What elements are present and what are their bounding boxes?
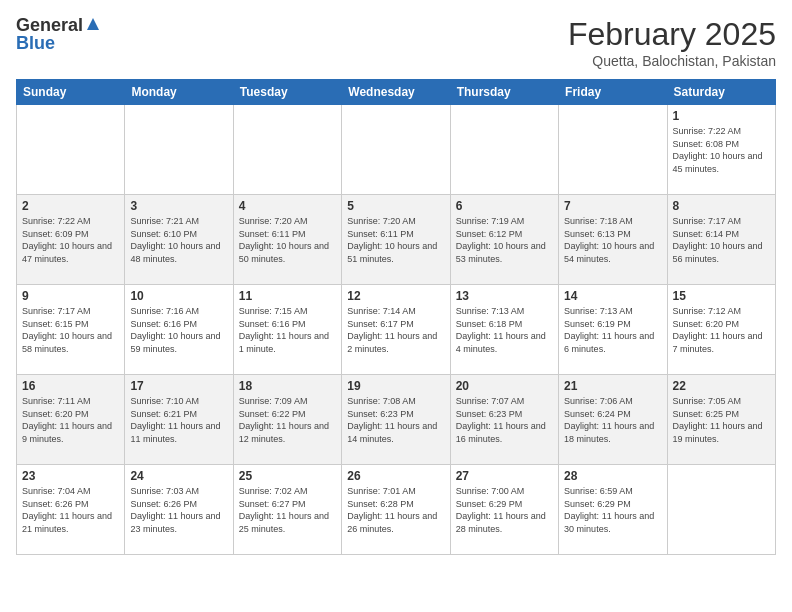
logo-icon [85,16,101,32]
calendar-cell: 4Sunrise: 7:20 AM Sunset: 6:11 PM Daylig… [233,195,341,285]
day-number: 28 [564,469,661,483]
day-info: Sunrise: 7:07 AM Sunset: 6:23 PM Dayligh… [456,395,553,445]
day-info: Sunrise: 7:10 AM Sunset: 6:21 PM Dayligh… [130,395,227,445]
calendar-week-3: 9Sunrise: 7:17 AM Sunset: 6:15 PM Daylig… [17,285,776,375]
day-number: 24 [130,469,227,483]
day-number: 9 [22,289,119,303]
calendar-cell [450,105,558,195]
calendar-cell: 14Sunrise: 7:13 AM Sunset: 6:19 PM Dayli… [559,285,667,375]
logo: General Blue [16,16,101,52]
day-number: 3 [130,199,227,213]
day-info: Sunrise: 7:19 AM Sunset: 6:12 PM Dayligh… [456,215,553,265]
calendar-cell: 27Sunrise: 7:00 AM Sunset: 6:29 PM Dayli… [450,465,558,555]
day-number: 6 [456,199,553,213]
day-number: 15 [673,289,770,303]
day-info: Sunrise: 7:22 AM Sunset: 6:09 PM Dayligh… [22,215,119,265]
calendar-table: SundayMondayTuesdayWednesdayThursdayFrid… [16,79,776,555]
day-number: 18 [239,379,336,393]
day-number: 19 [347,379,444,393]
calendar-cell: 1Sunrise: 7:22 AM Sunset: 6:08 PM Daylig… [667,105,775,195]
day-number: 13 [456,289,553,303]
svg-marker-0 [87,18,99,30]
calendar-cell [233,105,341,195]
weekday-header-tuesday: Tuesday [233,80,341,105]
day-info: Sunrise: 7:15 AM Sunset: 6:16 PM Dayligh… [239,305,336,355]
calendar-cell [17,105,125,195]
day-number: 21 [564,379,661,393]
day-info: Sunrise: 7:13 AM Sunset: 6:18 PM Dayligh… [456,305,553,355]
day-number: 23 [22,469,119,483]
calendar-cell: 20Sunrise: 7:07 AM Sunset: 6:23 PM Dayli… [450,375,558,465]
day-info: Sunrise: 7:11 AM Sunset: 6:20 PM Dayligh… [22,395,119,445]
day-info: Sunrise: 7:20 AM Sunset: 6:11 PM Dayligh… [347,215,444,265]
day-info: Sunrise: 7:08 AM Sunset: 6:23 PM Dayligh… [347,395,444,445]
day-number: 25 [239,469,336,483]
calendar-cell: 19Sunrise: 7:08 AM Sunset: 6:23 PM Dayli… [342,375,450,465]
day-info: Sunrise: 6:59 AM Sunset: 6:29 PM Dayligh… [564,485,661,535]
calendar-week-2: 2Sunrise: 7:22 AM Sunset: 6:09 PM Daylig… [17,195,776,285]
location-text: Quetta, Balochistan, Pakistan [568,53,776,69]
calendar-week-1: 1Sunrise: 7:22 AM Sunset: 6:08 PM Daylig… [17,105,776,195]
day-number: 12 [347,289,444,303]
day-number: 16 [22,379,119,393]
day-info: Sunrise: 7:04 AM Sunset: 6:26 PM Dayligh… [22,485,119,535]
logo-blue-text: Blue [16,34,55,52]
calendar-cell: 26Sunrise: 7:01 AM Sunset: 6:28 PM Dayli… [342,465,450,555]
calendar-cell: 8Sunrise: 7:17 AM Sunset: 6:14 PM Daylig… [667,195,775,285]
calendar-cell: 12Sunrise: 7:14 AM Sunset: 6:17 PM Dayli… [342,285,450,375]
weekday-header-thursday: Thursday [450,80,558,105]
page-header: General Blue February 2025 Quetta, Baloc… [16,16,776,69]
calendar-cell: 18Sunrise: 7:09 AM Sunset: 6:22 PM Dayli… [233,375,341,465]
calendar-cell: 10Sunrise: 7:16 AM Sunset: 6:16 PM Dayli… [125,285,233,375]
calendar-cell: 11Sunrise: 7:15 AM Sunset: 6:16 PM Dayli… [233,285,341,375]
day-info: Sunrise: 7:18 AM Sunset: 6:13 PM Dayligh… [564,215,661,265]
month-year-title: February 2025 [568,16,776,53]
calendar-cell: 21Sunrise: 7:06 AM Sunset: 6:24 PM Dayli… [559,375,667,465]
day-number: 7 [564,199,661,213]
calendar-cell: 22Sunrise: 7:05 AM Sunset: 6:25 PM Dayli… [667,375,775,465]
day-info: Sunrise: 7:12 AM Sunset: 6:20 PM Dayligh… [673,305,770,355]
day-info: Sunrise: 7:22 AM Sunset: 6:08 PM Dayligh… [673,125,770,175]
day-info: Sunrise: 7:01 AM Sunset: 6:28 PM Dayligh… [347,485,444,535]
calendar-cell: 15Sunrise: 7:12 AM Sunset: 6:20 PM Dayli… [667,285,775,375]
calendar-cell: 23Sunrise: 7:04 AM Sunset: 6:26 PM Dayli… [17,465,125,555]
calendar-cell: 16Sunrise: 7:11 AM Sunset: 6:20 PM Dayli… [17,375,125,465]
calendar-cell: 25Sunrise: 7:02 AM Sunset: 6:27 PM Dayli… [233,465,341,555]
day-info: Sunrise: 7:05 AM Sunset: 6:25 PM Dayligh… [673,395,770,445]
calendar-cell: 17Sunrise: 7:10 AM Sunset: 6:21 PM Dayli… [125,375,233,465]
day-number: 14 [564,289,661,303]
day-info: Sunrise: 7:20 AM Sunset: 6:11 PM Dayligh… [239,215,336,265]
day-number: 8 [673,199,770,213]
calendar-cell: 13Sunrise: 7:13 AM Sunset: 6:18 PM Dayli… [450,285,558,375]
calendar-cell: 24Sunrise: 7:03 AM Sunset: 6:26 PM Dayli… [125,465,233,555]
calendar-cell: 7Sunrise: 7:18 AM Sunset: 6:13 PM Daylig… [559,195,667,285]
day-number: 5 [347,199,444,213]
day-number: 4 [239,199,336,213]
day-number: 2 [22,199,119,213]
day-number: 11 [239,289,336,303]
day-info: Sunrise: 7:13 AM Sunset: 6:19 PM Dayligh… [564,305,661,355]
calendar-cell: 3Sunrise: 7:21 AM Sunset: 6:10 PM Daylig… [125,195,233,285]
day-number: 10 [130,289,227,303]
weekday-header-friday: Friday [559,80,667,105]
day-number: 27 [456,469,553,483]
weekday-header-row: SundayMondayTuesdayWednesdayThursdayFrid… [17,80,776,105]
day-number: 17 [130,379,227,393]
calendar-cell: 28Sunrise: 6:59 AM Sunset: 6:29 PM Dayli… [559,465,667,555]
title-section: February 2025 Quetta, Balochistan, Pakis… [568,16,776,69]
day-info: Sunrise: 7:21 AM Sunset: 6:10 PM Dayligh… [130,215,227,265]
calendar-cell [667,465,775,555]
calendar-week-5: 23Sunrise: 7:04 AM Sunset: 6:26 PM Dayli… [17,465,776,555]
calendar-cell [559,105,667,195]
weekday-header-monday: Monday [125,80,233,105]
day-info: Sunrise: 7:00 AM Sunset: 6:29 PM Dayligh… [456,485,553,535]
day-info: Sunrise: 7:17 AM Sunset: 6:15 PM Dayligh… [22,305,119,355]
calendar-cell: 9Sunrise: 7:17 AM Sunset: 6:15 PM Daylig… [17,285,125,375]
weekday-header-wednesday: Wednesday [342,80,450,105]
calendar-cell [342,105,450,195]
day-info: Sunrise: 7:14 AM Sunset: 6:17 PM Dayligh… [347,305,444,355]
weekday-header-saturday: Saturday [667,80,775,105]
day-info: Sunrise: 7:17 AM Sunset: 6:14 PM Dayligh… [673,215,770,265]
day-info: Sunrise: 7:06 AM Sunset: 6:24 PM Dayligh… [564,395,661,445]
calendar-cell [125,105,233,195]
